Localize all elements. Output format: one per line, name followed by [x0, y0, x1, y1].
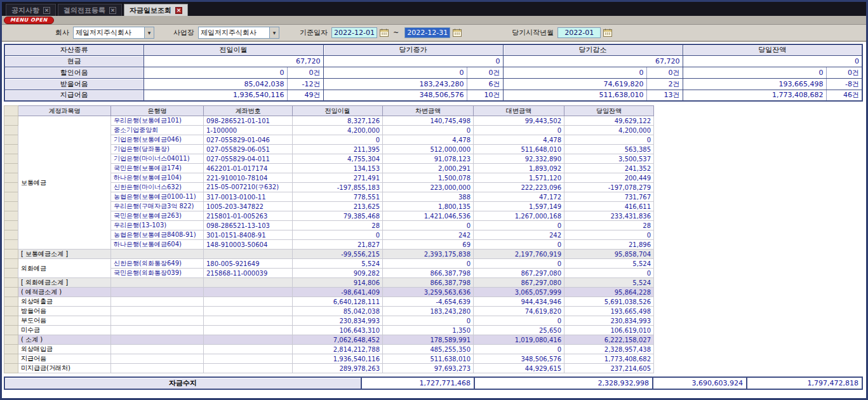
bank-name-cell — [111, 335, 204, 345]
calendar-icon — [380, 29, 389, 37]
period-start-input[interactable]: 2022-01 — [558, 27, 601, 38]
count-cell: 10건 — [467, 90, 503, 101]
bank-name-cell: 중소기업중앙회 — [111, 126, 204, 135]
account-number-cell: 317-0013-0100-11 — [204, 192, 293, 202]
account-group-cell: 외화예금 — [18, 259, 111, 278]
date-from-input[interactable]: 2022-12-01 — [331, 27, 377, 38]
account-number-cell: 148-910003-50604 — [204, 240, 293, 250]
tab-voucher-entry[interactable]: 결의전표등록 × — [58, 4, 122, 16]
detail-row[interactable]: 부도어음230,834,99300230,834,993 — [4, 316, 654, 326]
row-indicator[interactable] — [4, 354, 18, 364]
bank-name-cell: 국민은행(보통예금263) — [111, 211, 204, 221]
amount-cell: 6,222,158,027 — [564, 335, 654, 345]
asset-type-cell[interactable]: 현금 — [4, 55, 144, 67]
row-indicator[interactable] — [4, 192, 18, 202]
tab-notice[interactable]: 공지사항 × — [6, 4, 56, 16]
row-indicator[interactable] — [4, 202, 18, 211]
date-range-separator: ~ — [393, 29, 399, 37]
account-number-cell — [204, 250, 293, 259]
account-name-cell: [ 보통예금소계 ] — [18, 250, 111, 259]
account-group-cell: 보통예금 — [18, 116, 111, 250]
bank-name-cell: 기업은행(당좌통장) — [111, 145, 204, 154]
detail-row[interactable]: 미수금106,643,3101,35025,650106,619,010 — [4, 326, 654, 335]
date-to-input[interactable]: 2022-12-31 — [404, 27, 450, 38]
row-indicator[interactable] — [4, 230, 18, 240]
detail-row[interactable]: [ 외화예금소계 ]914,806866,387,798867,297,0805… — [4, 278, 654, 288]
detail-row[interactable]: 지급어음1,936,540,116511,638,010348,506,5761… — [4, 354, 654, 364]
account-number-cell: 1005-203-347822 — [204, 202, 293, 211]
bank-name-cell: 우리은행(보통예금101) — [111, 116, 204, 126]
row-indicator[interactable] — [4, 173, 18, 183]
amount-cell: 4,755,304 — [293, 154, 383, 164]
detail-row[interactable]: 외상매입금2,814,212,788485,255,35002,328,957,… — [4, 345, 654, 354]
row-indicator[interactable] — [4, 288, 18, 297]
row-indicator[interactable] — [4, 183, 18, 192]
detail-row[interactable]: 받을어음85,042,038183,243,28074,619,820193,6… — [4, 307, 654, 316]
detail-row[interactable]: 미지급금(거래처)289,978,26397,693,27344,929,615… — [4, 364, 654, 373]
row-indicator[interactable] — [4, 335, 18, 345]
asset-type-cell[interactable]: 받을어음 — [4, 78, 144, 90]
detail-row[interactable]: ( 소계 )7,062,648,452178,589,9911,019,080,… — [4, 335, 654, 345]
calendar-icon[interactable] — [378, 28, 389, 37]
row-indicator[interactable] — [4, 250, 18, 259]
amount-cell: 97,693,273 — [383, 364, 474, 373]
business-site-select[interactable]: 제일저지주식회사 ▼ — [198, 27, 279, 39]
detail-row[interactable]: [ 보통예금소계 ]-99,556,2152,393,175,8382,197,… — [4, 250, 654, 259]
calendar-icon[interactable] — [602, 28, 613, 37]
row-indicator[interactable] — [4, 307, 18, 316]
close-icon[interactable]: × — [43, 7, 50, 14]
amount-cell: 4,478 — [474, 135, 564, 145]
bank-name-cell: 하나은행(보통예금604) — [111, 240, 204, 250]
row-indicator[interactable] — [4, 278, 18, 288]
row-indicator[interactable] — [4, 240, 18, 250]
row-indicator[interactable] — [4, 126, 18, 135]
row-indicator[interactable] — [4, 326, 18, 335]
row-indicator[interactable] — [4, 116, 18, 126]
row-indicator[interactable] — [4, 135, 18, 145]
amount-cell: 2,000,291 — [383, 164, 474, 173]
amount-cell: 1,019,080,416 — [474, 335, 564, 345]
close-icon[interactable]: × — [109, 7, 116, 14]
row-indicator[interactable] — [4, 145, 18, 154]
calendar-icon[interactable] — [451, 28, 462, 37]
detail-row[interactable]: 외상매출금6,640,128,111-4,654,639944,434,9465… — [4, 297, 654, 307]
account-number-cell — [204, 335, 293, 345]
count-cell: 2건 — [646, 78, 683, 90]
detail-row[interactable]: 보통예금우리은행(보통예금101)098-286521-01-1018,327,… — [4, 116, 654, 126]
tab-label: 공지사항 — [11, 6, 39, 15]
amount-cell: 388 — [383, 192, 474, 202]
amount-cell: 0 — [293, 230, 383, 240]
row-indicator[interactable] — [4, 345, 18, 354]
amount-cell: 230,834,993 — [293, 316, 383, 326]
menu-open-button[interactable]: MENU OPEN — [4, 17, 54, 24]
bank-name-cell — [111, 307, 204, 316]
amount-cell: 1,893,092 — [474, 164, 564, 173]
detail-row[interactable]: ( 예적금소계 )-98,641,4093,259,563,6363,065,0… — [4, 288, 654, 297]
row-indicator[interactable] — [4, 211, 18, 221]
row-indicator[interactable] — [4, 316, 18, 326]
account-number-cell — [204, 354, 293, 364]
detail-row[interactable]: 외화예금신한은행(외화통장649)180-005-9216495,524005,… — [4, 259, 654, 269]
row-indicator[interactable] — [4, 269, 18, 278]
asset-summary-table: 자산종류 전일이월 당기증가 당기감소 당일잔액 현금67,720067,720… — [4, 44, 863, 102]
amount-cell: 79,385,468 — [293, 211, 383, 221]
tab-fund-daily-report[interactable]: 자금일보조회 × — [124, 4, 188, 16]
row-indicator[interactable] — [4, 364, 18, 373]
amount-cell: 4,200,000 — [293, 126, 383, 135]
asset-type-cell[interactable]: 할인어음 — [4, 67, 144, 78]
column-header: 전일이월 — [144, 44, 323, 55]
amount-cell: 222,223,096 — [474, 183, 564, 192]
row-indicator[interactable] — [4, 164, 18, 173]
amount-cell: 3,500,537 — [564, 154, 654, 164]
chevron-down-icon: ▼ — [144, 27, 154, 38]
amount-cell: 0 — [503, 67, 646, 78]
row-indicator[interactable] — [4, 259, 18, 269]
row-indicator[interactable] — [4, 297, 18, 307]
amount-cell: 193,665,498 — [683, 78, 826, 90]
row-indicator[interactable] — [4, 154, 18, 164]
close-icon[interactable]: × — [175, 7, 182, 14]
amount-cell: 242 — [474, 230, 564, 240]
row-indicator[interactable] — [4, 221, 18, 230]
asset-type-cell[interactable]: 지급어음 — [4, 90, 144, 101]
company-select[interactable]: 제일저지주식회사 ▼ — [73, 27, 154, 39]
